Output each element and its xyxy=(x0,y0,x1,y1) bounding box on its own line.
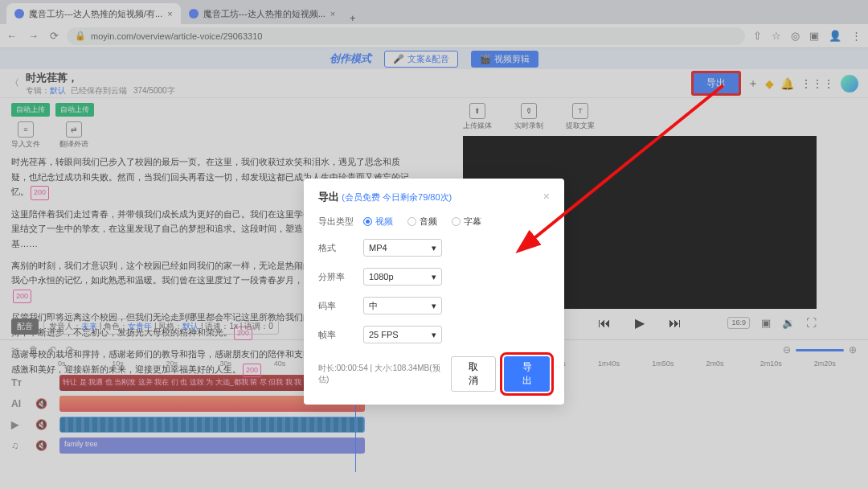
estimate-text: 时长:00:00:54 | 大小:108.34MB(预估) xyxy=(318,363,443,385)
brand-label: 创作模式 xyxy=(330,51,371,66)
browser-tabstrip: 魔音工坊---达人热推的短视频/有... × 魔音工坊---达人热推的短视频..… xyxy=(0,0,868,24)
nav-reload-icon[interactable]: ⟳ xyxy=(50,30,59,42)
format-select[interactable]: MP4▾ xyxy=(363,239,442,257)
mute-icon[interactable]: 🔇 xyxy=(35,440,53,451)
chevron-down-icon: ▾ xyxy=(432,330,436,340)
apps-icon[interactable]: ⋮⋮⋮ xyxy=(800,77,834,90)
bookmark-icon[interactable]: ☆ xyxy=(772,30,781,42)
chevron-down-icon: ▾ xyxy=(432,272,436,282)
radio-video[interactable]: 视频 xyxy=(363,216,393,228)
zoom-out-icon[interactable]: ⊖ xyxy=(783,344,791,355)
export-dialog: × 导出 (会员免费 今日剩余79/80次) 导出类型 视频 音频 字幕 格式M… xyxy=(304,179,564,405)
add-icon[interactable]: ＋ xyxy=(747,76,759,91)
favicon-icon xyxy=(189,9,199,18)
next-icon[interactable]: ⏭ xyxy=(669,316,682,331)
prev-icon[interactable]: ⏮ xyxy=(598,316,611,331)
doc-header: 〈 时光荏苒， 专辑：默认 已经保存到云端 374/5000字 导出 ＋ ◆ 🔔… xyxy=(0,69,868,98)
mode-text-button[interactable]: 🎤 文案&配音 xyxy=(384,51,457,68)
nav-forward-icon[interactable]: → xyxy=(28,30,39,42)
volume-icon[interactable]: 🔉 xyxy=(782,317,795,329)
dialog-title: 导出 xyxy=(318,191,339,203)
translate-button[interactable]: ⇄翻译外语 xyxy=(59,121,88,150)
track-video-icon[interactable]: ▶ xyxy=(11,419,29,430)
chip-speaker[interactable]: 配音 xyxy=(11,318,39,335)
back-icon[interactable]: 〈 xyxy=(10,76,19,90)
nav-back-icon[interactable]: ← xyxy=(6,30,17,42)
type-label: 导出类型 xyxy=(318,216,363,228)
mode-video-button[interactable]: 🎬 视频剪辑 xyxy=(471,51,538,68)
track-video[interactable] xyxy=(59,417,365,433)
bitrate-select[interactable]: 中▾ xyxy=(363,297,442,314)
url-text: moyin.com/overview/article-voice/2906331… xyxy=(91,31,262,41)
fps-select[interactable]: 25 FPS▾ xyxy=(363,326,442,343)
resolution-select[interactable]: 1080p▾ xyxy=(363,268,442,286)
doc-title: 时光荏苒， xyxy=(26,71,175,85)
mode-banner: 创作模式 🎤 文案&配音 🎬 视频剪辑 xyxy=(0,48,868,69)
doc-subtitle: 专辑：默认 已经保存到云端 374/5000字 xyxy=(26,85,175,97)
browser-tab[interactable]: 魔音工坊---达人热推的短视频... × xyxy=(181,3,344,24)
radio-audio[interactable]: 音频 xyxy=(407,216,437,228)
chevron-down-icon: ▾ xyxy=(432,243,436,253)
tag-auto-upload: 自动上传 xyxy=(55,103,94,117)
panel-icon[interactable]: ▣ xyxy=(809,30,819,42)
close-icon[interactable]: × xyxy=(543,190,550,203)
export-button[interactable]: 导出 xyxy=(691,71,741,96)
dialog-subtitle: (会员免费 今日剩余79/80次) xyxy=(342,192,452,202)
avatar[interactable] xyxy=(841,75,858,92)
browser-tab-active[interactable]: 魔音工坊---达人热推的短视频/有... × xyxy=(6,3,181,24)
tab-title: 魔音工坊---达人热推的短视频... xyxy=(203,8,326,20)
aspect-badge[interactable]: 16:9 xyxy=(727,317,750,329)
notification-icon[interactable]: 🔔 xyxy=(780,77,794,90)
tag-auto-upload: 自动上传 xyxy=(11,103,50,117)
extension-icon[interactable]: ◎ xyxy=(791,30,800,42)
zoom-slider[interactable] xyxy=(796,349,844,351)
mute-icon[interactable]: 🔇 xyxy=(35,398,53,409)
zoom-in-icon[interactable]: ⊕ xyxy=(849,344,857,355)
track-music-icon[interactable]: ♫ xyxy=(11,440,29,451)
close-icon[interactable]: × xyxy=(167,9,172,18)
track-ai-icon[interactable]: AI xyxy=(11,398,29,409)
radio-subtitle[interactable]: 字幕 xyxy=(452,216,481,228)
capture-icon[interactable]: ▣ xyxy=(761,317,771,329)
profile-icon[interactable]: 👤 xyxy=(829,30,841,42)
close-icon[interactable]: × xyxy=(330,9,335,18)
lock-icon: 🔒 xyxy=(75,31,86,41)
mute-icon[interactable]: 🔇 xyxy=(35,419,53,430)
cancel-button[interactable]: 取消 xyxy=(451,356,497,392)
favicon-icon xyxy=(14,9,24,18)
address-bar[interactable]: 🔒 moyin.com/overview/article-voice/29063… xyxy=(67,27,745,45)
vip-icon[interactable]: ◆ xyxy=(765,77,774,90)
extract-text-button[interactable]: T提取文案 xyxy=(566,103,595,131)
upload-media-button[interactable]: ⬆上传媒体 xyxy=(463,103,492,131)
voice-params[interactable]: 发音人：未来 | 角色：女青年 | 风格：默认 | 语速：1x | 语调：0 xyxy=(43,318,279,335)
share-icon[interactable]: ⇧ xyxy=(753,30,762,42)
record-button[interactable]: 🎙实时录制 xyxy=(514,103,543,131)
import-file-button[interactable]: ≡导入文件 xyxy=(11,121,40,150)
track-music[interactable]: family tree xyxy=(59,438,365,454)
tab-title: 魔音工坊---达人热推的短视频/有... xyxy=(29,8,162,20)
browser-toolbar: ← → ⟳ 🔒 moyin.com/overview/article-voice… xyxy=(0,24,868,48)
play-icon[interactable]: ▶ xyxy=(635,315,645,331)
track-text-icon[interactable]: Tт xyxy=(11,377,29,388)
menu-icon[interactable]: ⋮ xyxy=(851,30,862,42)
chevron-down-icon: ▾ xyxy=(432,301,436,311)
fullscreen-icon[interactable]: ⛶ xyxy=(806,317,817,329)
new-tab-button[interactable]: + xyxy=(343,13,362,24)
confirm-export-button[interactable]: 导出 xyxy=(504,356,550,392)
